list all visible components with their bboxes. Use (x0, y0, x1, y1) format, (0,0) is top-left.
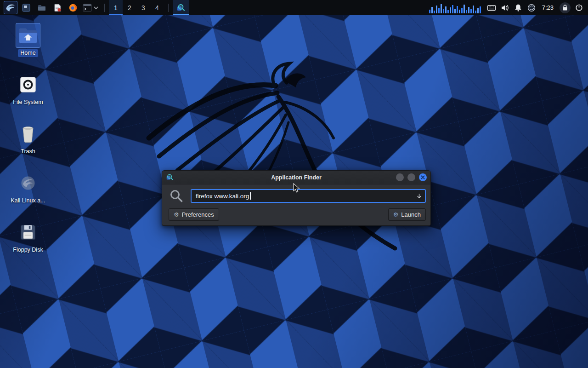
kali-logo-icon (6, 3, 16, 13)
chevron-down-icon (94, 6, 98, 9)
dropdown-arrow-button[interactable] (416, 190, 422, 202)
desktop-icon-label: Floppy Disk (11, 246, 45, 254)
run-gear-icon: ⚙ (393, 212, 399, 218)
desktop-icon-home[interactable]: Home (4, 23, 52, 57)
kali-dragon-silhouette (123, 54, 408, 266)
keyboard-indicator[interactable] (487, 3, 496, 12)
launch-button[interactable]: ⚙ Launch (388, 208, 426, 221)
minimize-button[interactable] (396, 173, 404, 181)
file-system-icon (19, 75, 37, 94)
launch-button-label: Launch (401, 211, 421, 218)
panel-separator (168, 4, 169, 12)
workspace-3-label: 3 (141, 4, 145, 12)
workspace-2-label: 2 (128, 4, 131, 12)
workspace-4-label: 4 (155, 4, 159, 12)
search-icon (169, 189, 184, 203)
desktop-icon-floppy-disk[interactable]: Floppy Disk (4, 220, 52, 254)
workspace-1[interactable]: 1 (109, 0, 123, 15)
bell-icon (514, 3, 523, 12)
lock-icon (562, 4, 568, 11)
desktop-icon-file-system[interactable]: File System (4, 72, 52, 106)
window-app-finder-icon (166, 173, 174, 181)
floppy-disk-icon (19, 223, 37, 242)
close-icon (421, 175, 425, 179)
keyboard-icon (487, 3, 496, 12)
desktop-icon-trash[interactable]: Trash (4, 121, 52, 155)
app-finder-task-icon (176, 3, 186, 12)
volume-control[interactable] (500, 3, 509, 12)
kali-shortcut-icon (19, 174, 37, 192)
workspace-3[interactable]: 3 (136, 0, 150, 15)
file-manager-icon (22, 3, 31, 12)
file-manager-launcher[interactable] (19, 1, 33, 14)
search-entry[interactable]: firefox www.kali.org (191, 189, 426, 203)
desktop-icon-label: Kali Linux a... (8, 197, 47, 205)
power-icon (575, 3, 583, 12)
notifications[interactable] (514, 3, 523, 12)
maximize-button[interactable] (407, 173, 415, 181)
firefox-icon (68, 3, 78, 12)
desktop-icon-label: File System (11, 98, 45, 106)
preferences-button-label: Preferences (182, 211, 214, 218)
logout-button[interactable] (575, 3, 583, 12)
text-editor-icon (53, 3, 62, 12)
desktop-icon-column: Home File System Trash (4, 23, 52, 269)
search-entry-value: firefox www.kali.org (196, 193, 249, 200)
panel-separator (104, 4, 105, 12)
home-folder-icon (18, 26, 38, 45)
status-globe[interactable] (527, 3, 536, 12)
top-panel: 1 2 3 4 (0, 0, 588, 15)
application-finder-window: Application Finder firefox www.kali.org (162, 170, 431, 226)
text-editor-launcher[interactable] (51, 1, 64, 14)
volume-icon (500, 3, 509, 12)
applications-menu-button[interactable] (4, 1, 17, 14)
finder-body: firefox www.kali.org ⚙ Preferences ⚙ Lau… (162, 184, 430, 225)
terminal-icon (83, 4, 92, 12)
terminal-dropdown-button[interactable] (93, 1, 99, 14)
folder-icon (37, 3, 46, 12)
desktop-icon-kali-linux[interactable]: Kali Linux a... (4, 171, 52, 205)
preferences-button[interactable]: ⚙ Preferences (169, 208, 219, 221)
panel-clock[interactable]: 7:23 (540, 4, 555, 11)
globe-icon (527, 3, 536, 12)
arrow-down-icon (416, 193, 422, 199)
titlebar[interactable]: Application Finder (162, 171, 430, 184)
workspace-1-label: 1 (114, 4, 118, 12)
lock-screen-button[interactable] (560, 2, 571, 13)
desktop-icon-label: Home (18, 49, 38, 57)
desktop-icon-label: Trash (18, 148, 38, 155)
workspace-2[interactable]: 2 (123, 0, 136, 15)
gear-icon: ⚙ (174, 212, 179, 218)
text-caret (250, 192, 251, 200)
folder-launcher[interactable] (35, 1, 49, 14)
terminal-launcher[interactable] (82, 1, 93, 14)
firefox-launcher[interactable] (66, 1, 80, 14)
close-button[interactable] (419, 173, 427, 181)
audio-spectrum-widget (429, 2, 483, 13)
trash-icon (19, 124, 37, 144)
workspace-4[interactable]: 4 (150, 0, 164, 15)
window-title: Application Finder (162, 174, 430, 181)
taskbar-application-finder[interactable] (173, 0, 189, 15)
